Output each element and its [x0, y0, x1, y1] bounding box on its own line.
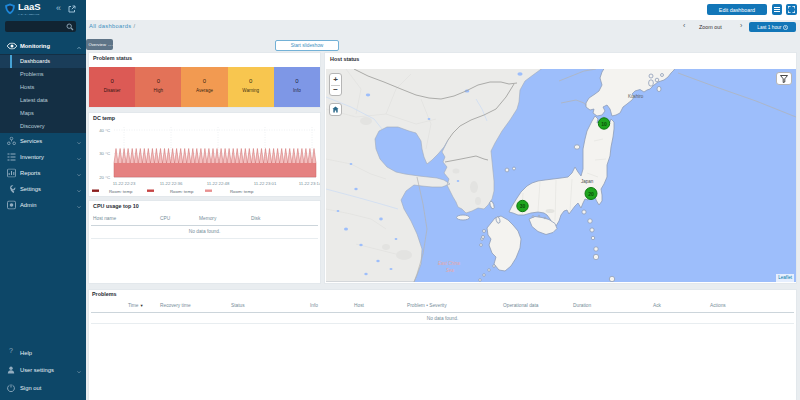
svg-text:11-22 23:14: 11-22 23:14	[299, 181, 320, 186]
svg-text:Japan: Japan	[581, 179, 594, 184]
svg-text:30: 30	[519, 203, 525, 209]
svg-text:20: 20	[588, 191, 594, 197]
svg-text:East China: East China	[438, 261, 461, 266]
svg-text:11-22 22:48: 11-22 22:48	[207, 181, 230, 186]
svg-text:11-22 22:36: 11-22 22:36	[160, 181, 183, 186]
svg-text:40 °C: 40 °C	[99, 128, 110, 133]
svg-text:10: 10	[601, 121, 607, 127]
svg-text:Room: temp: Room: temp	[109, 189, 133, 194]
svg-text:Kushiro: Kushiro	[628, 94, 644, 99]
svg-text:20 °C: 20 °C	[99, 175, 110, 180]
svg-text:Room: temp: Room: temp	[170, 189, 194, 194]
svg-text:11-22 23:01: 11-22 23:01	[254, 181, 277, 186]
svg-text:Sea: Sea	[446, 268, 455, 273]
svg-text:Room: temp: Room: temp	[230, 189, 254, 194]
svg-text:11-22 22:23: 11-22 22:23	[113, 181, 136, 186]
svg-text:30 °C: 30 °C	[99, 151, 110, 156]
